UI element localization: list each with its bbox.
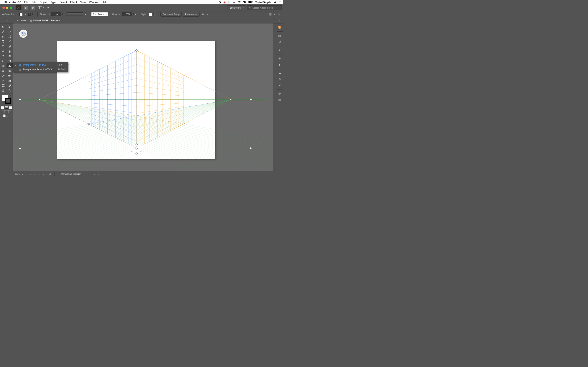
- first-artboard-button[interactable]: I◂: [29, 173, 32, 175]
- spotlight-icon[interactable]: [274, 0, 277, 4]
- prev-artboard-button[interactable]: ◂: [33, 173, 35, 175]
- stroke-weight-dd[interactable]: ▾: [62, 13, 65, 15]
- align-panel-dd[interactable]: ▾: [274, 13, 275, 15]
- none-mode-icon[interactable]: [9, 106, 12, 109]
- menu-effect[interactable]: Effect: [70, 1, 77, 4]
- lasso-tool[interactable]: [7, 29, 13, 34]
- fill-swatch-dd[interactable]: ▾: [24, 13, 27, 15]
- artboard-number[interactable]: 1: [36, 173, 42, 175]
- asset-export-panel-icon[interactable]: ⧉: [277, 77, 282, 81]
- perspective-grid-tool[interactable]: [7, 63, 13, 68]
- slice-tool[interactable]: [7, 83, 13, 88]
- status-icon-cc[interactable]: ◉: [223, 1, 226, 4]
- fill-stroke-indicator[interactable]: [1, 95, 12, 104]
- user-name[interactable]: Train Simple: [255, 1, 271, 4]
- eraser-tool[interactable]: [7, 49, 13, 54]
- blend-tool[interactable]: [7, 73, 13, 78]
- appearance-panel-icon[interactable]: ▭: [277, 98, 282, 102]
- perspective-tool-flyout[interactable]: ■ ▦ Perspective Grid Tool (Shift+P) ▥ Pe…: [13, 62, 68, 72]
- menu-select[interactable]: Select: [60, 1, 67, 4]
- type-tool[interactable]: [0, 39, 7, 44]
- window-minimize-button[interactable]: [6, 7, 8, 9]
- symbols-panel-icon[interactable]: ✦: [277, 48, 282, 52]
- menu-object[interactable]: Object: [40, 1, 47, 4]
- right-panel-gutter[interactable]: [273, 24, 276, 171]
- next-artboard-button[interactable]: ▸: [45, 173, 47, 175]
- tab-left-scroll[interactable]: [0, 17, 14, 23]
- scale-tool[interactable]: [7, 54, 13, 58]
- shape-builder-tool[interactable]: [0, 63, 7, 68]
- document-setup-button[interactable]: Document Setup: [160, 12, 182, 17]
- canvas[interactable]: []: [13, 24, 273, 171]
- preferences-button[interactable]: Preferences: [183, 12, 199, 17]
- opacity-dd[interactable]: ❯: [133, 13, 137, 15]
- stock-icon[interactable]: St: [31, 6, 35, 10]
- status-icon-wifi[interactable]: [237, 1, 241, 4]
- menu-file[interactable]: File: [24, 1, 28, 4]
- align-panel-icon[interactable]: ▤: [268, 12, 272, 16]
- flyout-item-perspective-selection[interactable]: ▥ Perspective Selection Tool (Shift+V): [13, 67, 68, 72]
- variable-width-profile[interactable]: 3 pt. Round: [91, 12, 108, 16]
- brushes-panel-icon[interactable]: ◎: [277, 40, 282, 44]
- color-mode-icon[interactable]: [1, 106, 4, 109]
- free-transform-tool[interactable]: [7, 58, 13, 63]
- document-tab[interactable]: × Untitled-1 @ 100% (RGB/GPU Preview): [14, 17, 62, 23]
- fill-swatch[interactable]: [19, 13, 23, 16]
- stroke-swatch-dd[interactable]: ▾: [33, 13, 35, 15]
- artboards-panel-icon[interactable]: ↗: [277, 83, 282, 87]
- draw-mode-buttons[interactable]: [0, 110, 13, 113]
- libraries-panel-icon[interactable]: ☁: [277, 71, 282, 75]
- artboard-tool[interactable]: [0, 83, 7, 88]
- magic-wand-tool[interactable]: [0, 29, 7, 34]
- menu-window[interactable]: Window: [89, 1, 99, 4]
- opacity-field[interactable]: 100%: [122, 12, 132, 16]
- menu-extras-icon[interactable]: ☰: [279, 1, 281, 4]
- pen-tool[interactable]: [0, 34, 7, 39]
- draw-behind-icon[interactable]: [5, 110, 8, 113]
- line-segment-tool[interactable]: [7, 39, 13, 44]
- menu-view[interactable]: View: [80, 1, 86, 4]
- eyedropper-tool[interactable]: [0, 73, 7, 78]
- perspective-grid[interactable]: []: [13, 24, 273, 171]
- transform-icon[interactable]: ∷: [262, 12, 266, 16]
- paintbrush-tool[interactable]: [7, 44, 13, 49]
- style-dd[interactable]: ▾: [153, 13, 156, 15]
- window-maximize-button[interactable]: [10, 7, 12, 9]
- brush-definition[interactable]: [67, 12, 83, 16]
- mesh-tool[interactable]: [0, 68, 7, 73]
- stroke-panel-icon[interactable]: ✳: [277, 56, 282, 61]
- rectangle-tool[interactable]: [0, 44, 7, 49]
- gradient-panel-icon[interactable]: ♣: [277, 62, 282, 67]
- status-icon-bluetooth[interactable]: ∗: [233, 1, 235, 4]
- flyout-tearoff-icon[interactable]: [68, 64, 69, 66]
- stroke-color-icon[interactable]: [5, 98, 11, 104]
- gradient-tool[interactable]: [7, 68, 13, 73]
- status-icon-volume[interactable]: [243, 1, 246, 4]
- layers-panel-icon[interactable]: ❖: [277, 91, 282, 96]
- status-icon-battery[interactable]: [249, 1, 253, 4]
- graphic-style-swatch[interactable]: [149, 13, 152, 16]
- menu-help[interactable]: Help: [102, 1, 107, 4]
- zoom-tool[interactable]: [7, 88, 13, 93]
- artboard-dd-icon[interactable]: ▾: [43, 173, 44, 175]
- stroke-stepper[interactable]: ▴▾: [49, 13, 50, 16]
- width-tool[interactable]: [0, 58, 7, 63]
- macos-menubar[interactable]: Illustrator CC File Edit Object Type Sel…: [0, 0, 283, 4]
- swatches-panel-icon[interactable]: ▤: [277, 33, 282, 38]
- status-icon-1[interactable]: ◑: [219, 1, 221, 4]
- bridge-icon[interactable]: Br: [24, 6, 28, 10]
- control-menu-icon[interactable]: ≡: [277, 12, 281, 16]
- status-icon-sync[interactable]: ↻: [228, 1, 230, 4]
- app-name[interactable]: Illustrator CC: [4, 1, 21, 4]
- align-to-icon[interactable]: ⋈: [201, 12, 205, 16]
- column-graph-tool[interactable]: [7, 78, 13, 83]
- direct-selection-tool[interactable]: [7, 24, 13, 29]
- selection-tool[interactable]: [0, 24, 7, 29]
- brush-dd[interactable]: ▾: [84, 13, 87, 15]
- draw-normal-icon[interactable]: [2, 110, 5, 113]
- menu-type[interactable]: Type: [51, 1, 56, 4]
- last-artboard-button[interactable]: ▸I: [49, 173, 52, 175]
- status-scroll-left-icon[interactable]: ◂: [98, 173, 99, 175]
- window-close-button[interactable]: [2, 7, 5, 9]
- gradient-mode-icon[interactable]: [5, 106, 8, 109]
